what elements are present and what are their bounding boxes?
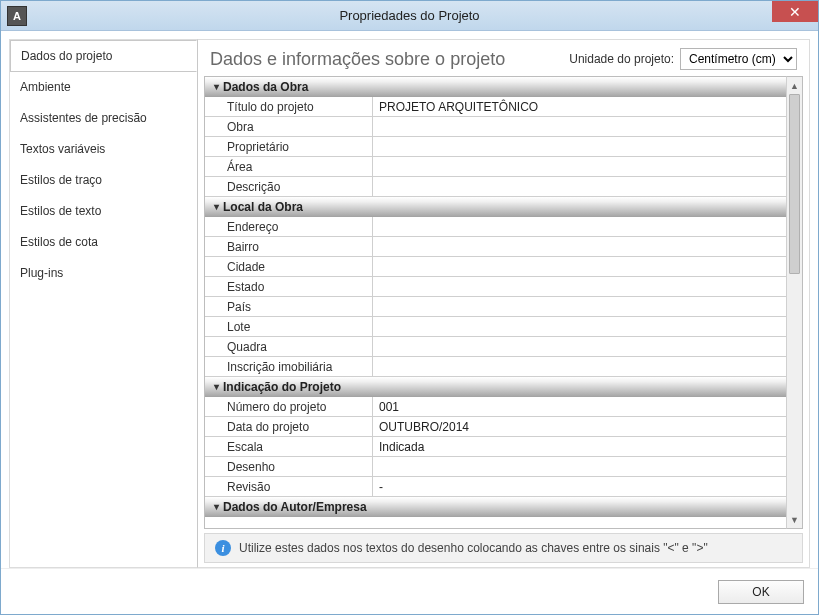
property-label: Título do projeto <box>205 97 373 116</box>
property-label: Data do projeto <box>205 417 373 436</box>
info-icon: i <box>215 540 231 556</box>
section-title: Dados do Autor/Empresa <box>223 500 367 514</box>
chevron-down-icon: ▾ <box>209 81 223 92</box>
sidebar-item-2[interactable]: Assistentes de precisão <box>10 103 197 134</box>
property-label: Desenho <box>205 457 373 476</box>
section-header[interactable]: ▾Local da Obra <box>205 197 786 217</box>
footer: OK <box>1 568 818 614</box>
property-label: País <box>205 297 373 316</box>
property-value[interactable] <box>373 277 786 296</box>
property-label: Lote <box>205 317 373 336</box>
scroll-down-button[interactable]: ▼ <box>787 511 802 528</box>
property-value[interactable] <box>373 117 786 136</box>
property-label: Número do projeto <box>205 397 373 416</box>
vertical-scrollbar[interactable]: ▲ ▼ <box>786 76 803 529</box>
property-label: Revisão <box>205 477 373 496</box>
property-label: Estado <box>205 277 373 296</box>
property-value[interactable]: - <box>373 477 786 496</box>
content-panel: Dados e informações sobre o projeto Unid… <box>197 39 810 568</box>
property-value[interactable] <box>373 457 786 476</box>
info-bar: i Utilize estes dados nos textos do dese… <box>204 533 803 563</box>
property-value[interactable]: Indicada <box>373 437 786 456</box>
sidebar: Dados do projetoAmbienteAssistentes de p… <box>9 39 197 568</box>
ok-button[interactable]: OK <box>718 580 804 604</box>
property-label: Inscrição imobiliária <box>205 357 373 376</box>
property-row: Número do projeto001 <box>205 397 786 417</box>
info-text: Utilize estes dados nos textos do desenh… <box>239 541 708 555</box>
property-row: Bairro <box>205 237 786 257</box>
property-value[interactable]: PROJETO ARQUITETÔNICO <box>373 97 786 116</box>
content-header: Dados e informações sobre o projeto Unid… <box>198 40 809 76</box>
property-row: País <box>205 297 786 317</box>
unit-select[interactable]: Centímetro (cm) <box>680 48 797 70</box>
property-label: Proprietário <box>205 137 373 156</box>
property-value[interactable] <box>373 297 786 316</box>
property-row: Endereço <box>205 217 786 237</box>
sidebar-item-0[interactable]: Dados do projeto <box>10 40 197 72</box>
property-value[interactable] <box>373 217 786 236</box>
section-header[interactable]: ▾Dados da Obra <box>205 77 786 97</box>
property-value[interactable] <box>373 317 786 336</box>
property-value[interactable]: OUTUBRO/2014 <box>373 417 786 436</box>
window-title: Propriedades do Projeto <box>1 8 818 23</box>
property-row: Lote <box>205 317 786 337</box>
scrollbar-thumb[interactable] <box>789 94 800 274</box>
property-label: Bairro <box>205 237 373 256</box>
property-label: Área <box>205 157 373 176</box>
section-title: Dados da Obra <box>223 80 308 94</box>
section-title: Local da Obra <box>223 200 303 214</box>
property-row: Descrição <box>205 177 786 197</box>
sidebar-item-4[interactable]: Estilos de traço <box>10 165 197 196</box>
sidebar-item-1[interactable]: Ambiente <box>10 72 197 103</box>
section-header[interactable]: ▾Indicação do Projeto <box>205 377 786 397</box>
property-label: Obra <box>205 117 373 136</box>
property-row: Área <box>205 157 786 177</box>
scroll-up-button[interactable]: ▲ <box>787 77 802 94</box>
property-grid: ▾Dados da ObraTítulo do projetoPROJETO A… <box>204 76 803 529</box>
property-row: Obra <box>205 117 786 137</box>
chevron-down-icon: ▾ <box>209 381 223 392</box>
unit-wrap: Unidade do projeto: Centímetro (cm) <box>569 48 797 70</box>
property-row: Título do projetoPROJETO ARQUITETÔNICO <box>205 97 786 117</box>
property-label: Cidade <box>205 257 373 276</box>
property-label: Endereço <box>205 217 373 236</box>
property-row: Revisão- <box>205 477 786 497</box>
unit-label: Unidade do projeto: <box>569 52 674 66</box>
close-icon: ✕ <box>789 4 801 20</box>
chevron-down-icon: ▾ <box>209 201 223 212</box>
property-label: Quadra <box>205 337 373 356</box>
property-value[interactable] <box>373 257 786 276</box>
property-value[interactable] <box>373 337 786 356</box>
property-row: Quadra <box>205 337 786 357</box>
property-row: Inscrição imobiliária <box>205 357 786 377</box>
sidebar-item-5[interactable]: Estilos de texto <box>10 196 197 227</box>
property-value[interactable] <box>373 157 786 176</box>
property-value[interactable] <box>373 137 786 156</box>
property-row: Data do projetoOUTUBRO/2014 <box>205 417 786 437</box>
section-header[interactable]: ▾Dados do Autor/Empresa <box>205 497 786 517</box>
titlebar: A Propriedades do Projeto ✕ <box>1 1 818 31</box>
property-label: Escala <box>205 437 373 456</box>
property-value[interactable] <box>373 237 786 256</box>
property-row: Desenho <box>205 457 786 477</box>
property-row: Cidade <box>205 257 786 277</box>
sidebar-item-7[interactable]: Plug-ins <box>10 258 197 289</box>
chevron-down-icon: ▾ <box>209 501 223 512</box>
property-value[interactable]: 001 <box>373 397 786 416</box>
app-icon: A <box>7 6 27 26</box>
sidebar-item-3[interactable]: Textos variáveis <box>10 134 197 165</box>
section-title: Indicação do Projeto <box>223 380 341 394</box>
property-row: Estado <box>205 277 786 297</box>
property-label: Descrição <box>205 177 373 196</box>
property-row: Proprietário <box>205 137 786 157</box>
property-row: EscalaIndicada <box>205 437 786 457</box>
property-value[interactable] <box>373 357 786 376</box>
property-value[interactable] <box>373 177 786 196</box>
sidebar-item-6[interactable]: Estilos de cota <box>10 227 197 258</box>
page-title: Dados e informações sobre o projeto <box>210 49 505 70</box>
close-button[interactable]: ✕ <box>772 1 818 22</box>
